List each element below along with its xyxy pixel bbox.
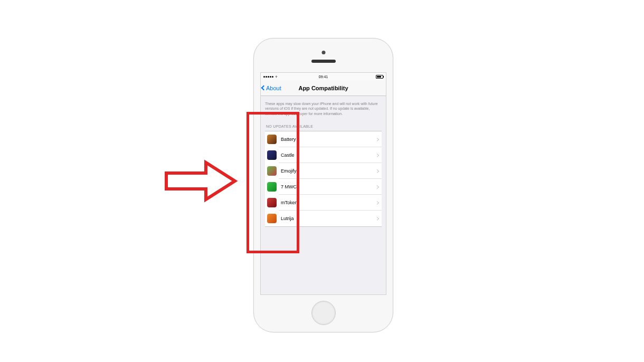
list-item[interactable]: Castle — [265, 147, 382, 163]
app-list: Battery Castle Emojify 7 MWC — [265, 131, 382, 227]
home-button[interactable] — [311, 301, 336, 325]
app-name-label: Castle — [281, 153, 376, 158]
back-label: About — [266, 85, 281, 91]
app-name-label: Emojify — [281, 168, 376, 174]
annotation-arrow-icon — [161, 157, 240, 210]
phone-earpiece — [311, 60, 336, 63]
section-header: NO UPDATES AVAILABLE — [266, 125, 382, 128]
list-item[interactable]: Emojify — [265, 163, 382, 179]
status-right — [376, 75, 383, 79]
chevron-right-icon — [375, 138, 379, 141]
list-item[interactable]: 7 MWC — [265, 179, 382, 195]
status-time: 09:41 — [261, 75, 386, 79]
app-name-label: Battery — [281, 137, 376, 142]
chevron-right-icon — [375, 201, 379, 205]
app-name-label: 7 MWC — [281, 184, 376, 189]
signal-dots-icon — [263, 76, 273, 78]
app-icon — [267, 214, 277, 223]
phone-device: ᯤ 09:41 About App Compatibility These ap… — [253, 38, 393, 332]
phone-screen: ᯤ 09:41 About App Compatibility These ap… — [260, 72, 386, 295]
description-text: These apps may slow down your iPhone and… — [265, 101, 382, 116]
app-icon — [267, 182, 277, 192]
chevron-right-icon — [375, 169, 379, 173]
phone-camera-dot — [321, 51, 325, 54]
app-name-label: mToken — [281, 200, 376, 205]
status-left: ᯤ — [263, 75, 279, 79]
chevron-right-icon — [375, 154, 379, 157]
battery-icon — [376, 75, 383, 79]
app-name-label: Lutrija — [281, 216, 376, 221]
app-icon — [267, 135, 277, 144]
back-chevron-icon — [261, 85, 267, 91]
wifi-icon: ᯤ — [275, 75, 279, 79]
status-bar: ᯤ 09:41 — [261, 73, 386, 80]
chevron-right-icon — [375, 185, 379, 189]
nav-bar: About App Compatibility — [261, 80, 386, 96]
list-item[interactable]: Lutrija — [265, 211, 382, 226]
content-area: These apps may slow down your iPhone and… — [261, 96, 386, 227]
chevron-right-icon — [375, 217, 379, 221]
app-icon — [267, 166, 277, 176]
app-icon — [267, 150, 277, 160]
back-button[interactable]: About — [261, 85, 281, 91]
list-item[interactable]: Battery — [265, 131, 382, 147]
list-item[interactable]: mToken — [265, 195, 382, 211]
app-icon — [267, 198, 277, 207]
